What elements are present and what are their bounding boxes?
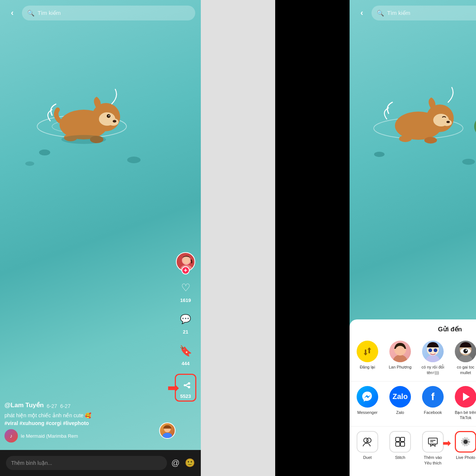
sheet-header: Gửi đến ✕ — [350, 325, 476, 338]
comment-placeholder: Thêm bình luận... — [11, 460, 52, 466]
video-info: @Lam Tuyền 6-27 6-27 phát hiện một chiếc… — [4, 401, 175, 443]
add-favorite-icon-box — [422, 431, 444, 453]
tool-add-favorite[interactable]: Thêm vào Yêu thích ➡ — [419, 431, 446, 466]
comment-count: 21 — [183, 329, 188, 335]
svg-point-8 — [109, 115, 110, 116]
suggested-avatar[interactable] — [159, 422, 176, 439]
share-icon — [177, 376, 194, 393]
corgi-scene — [22, 67, 164, 171]
sheet-title: Gửi đến — [438, 325, 462, 333]
live-photo-icon-box — [455, 431, 476, 453]
comment-input[interactable]: Thêm bình luận... — [6, 456, 167, 470]
svg-point-12 — [39, 149, 50, 155]
creator-avatar[interactable]: + — [176, 252, 195, 271]
live-photo-label: Live Photo — [456, 455, 475, 460]
app-zalo[interactable]: Zalo Zalo — [387, 386, 414, 421]
svg-point-39 — [396, 346, 405, 353]
repost-label: Đăng lại — [360, 364, 375, 370]
svg-marker-54 — [463, 393, 470, 401]
share-count: 5523 — [180, 393, 191, 399]
music-disc-icon: ♪ — [4, 429, 18, 443]
heart-icon: ♡ — [177, 279, 194, 296]
back-button[interactable]: ‹ — [6, 6, 19, 20]
svg-point-56 — [367, 438, 371, 443]
svg-point-14 — [25, 161, 34, 166]
svg-point-43 — [434, 348, 437, 352]
red-arrow-icon: ➡ — [167, 380, 178, 396]
svg-point-33 — [462, 159, 475, 165]
svg-point-29 — [447, 121, 450, 123]
tools-row: Duet Stitch — [350, 430, 476, 469]
tool-arrow-indicator: ➡ — [443, 438, 451, 449]
tool-duet[interactable]: Duet — [354, 431, 381, 466]
contact-1[interactable]: Lan Phương — [387, 341, 414, 375]
contact-avatar-2 — [422, 341, 444, 362]
duet-icon-box — [357, 431, 378, 453]
contact-avatar-1 — [389, 341, 411, 362]
search-bar[interactable]: 🔍 Tìm kiếm — [22, 6, 195, 20]
search-icon: 🔍 — [27, 10, 35, 17]
svg-point-30 — [399, 135, 412, 142]
svg-point-44 — [458, 355, 473, 362]
svg-point-64 — [464, 440, 467, 444]
messenger-label: Messenger — [357, 410, 377, 415]
panel-separator — [201, 0, 275, 476]
svg-point-40 — [425, 355, 440, 362]
tool-live-photo[interactable]: Live Photo — [452, 431, 476, 466]
svg-point-47 — [463, 349, 468, 353]
contact-avatar-3 — [455, 341, 476, 362]
music-info: ♪ le Mermaid (Marimba Rem — [4, 429, 175, 443]
right-action-bar: + ♡ 1619 💬 21 🔖 444 5523 — [175, 252, 196, 402]
top-navigation-right: ‹ 🔍 Tìm kiếm — [350, 0, 476, 26]
left-screen: ‹ 🔍 Tìm kiếm + ♡ 1619 — [0, 0, 201, 476]
svg-point-17 — [183, 257, 190, 264]
app-tiktok-friends[interactable]: Bạn bè trên TikTok — [452, 386, 476, 421]
back-button-right[interactable]: ‹ — [355, 6, 369, 20]
video-caption: phát hiện một chiếc ảnh nền cute 🥰 — [4, 412, 175, 419]
post-date-val: 6-27 — [60, 403, 71, 409]
search-bar-right[interactable]: 🔍 Tìm kiếm — [372, 6, 476, 20]
fb-letter: f — [431, 391, 434, 403]
zalo-icon: Zalo — [389, 386, 411, 408]
stitch-icon-box — [389, 431, 411, 453]
facebook-label: Facebook — [424, 410, 442, 415]
contact-name-2: có ny rồi đổi tên=))) — [420, 364, 446, 375]
comment-action-icons: @ 🙂 — [171, 458, 195, 468]
bookmark-icon: 🔖 — [177, 342, 194, 359]
search-input-label: Tìm kiếm — [38, 10, 61, 16]
corgi-scene-right — [361, 67, 476, 171]
emoji-icon[interactable]: 🙂 — [185, 458, 195, 468]
contact-repost[interactable]: Đăng lại — [354, 341, 381, 375]
video-hashtags: #viral #xuhuong #corgi #livephoto — [4, 420, 175, 426]
svg-point-31 — [424, 137, 437, 144]
like-button[interactable]: ♡ 1619 — [177, 279, 194, 303]
search-placeholder-right: Tìm kiếm — [387, 10, 410, 16]
svg-point-6 — [113, 120, 116, 123]
right-screen: ‹ 🔍 Tìm kiếm + ♡ 1618 — [350, 0, 476, 476]
add-favorite-label: Thêm vào Yêu thích — [420, 455, 446, 466]
svg-point-42 — [428, 348, 432, 352]
comment-button[interactable]: 💬 21 — [177, 311, 194, 335]
music-title: le Mermaid (Marimba Rem — [21, 433, 78, 439]
search-icon-right: 🔍 — [377, 10, 384, 17]
app-facebook[interactable]: f Facebook — [419, 386, 446, 421]
contact-3[interactable]: co gai toc mullet — [452, 341, 476, 375]
like-count: 1619 — [180, 298, 191, 303]
top-navigation: ‹ 🔍 Tìm kiếm — [0, 0, 201, 26]
divider-1 — [350, 381, 476, 382]
bookmark-button[interactable]: 🔖 444 — [177, 342, 194, 366]
apps-row: Messenger Zalo Zalo f Facebook — [350, 385, 476, 425]
tiktok-friends-icon — [455, 386, 476, 408]
svg-rect-60 — [401, 442, 405, 446]
app-messenger[interactable]: Messenger — [354, 386, 381, 421]
mention-icon[interactable]: @ — [171, 458, 180, 468]
messenger-icon — [357, 386, 378, 408]
arrow-indicator: ➡ — [167, 380, 178, 396]
svg-point-48 — [466, 350, 467, 351]
bookmark-count: 444 — [181, 361, 190, 366]
tool-stitch[interactable]: Stitch — [387, 431, 414, 466]
stitch-label: Stitch — [395, 455, 405, 460]
follow-button[interactable]: + — [181, 266, 190, 274]
comment-icon: 💬 — [177, 311, 194, 328]
contact-2[interactable]: có ny rồi đổi tên=))) — [419, 341, 446, 375]
